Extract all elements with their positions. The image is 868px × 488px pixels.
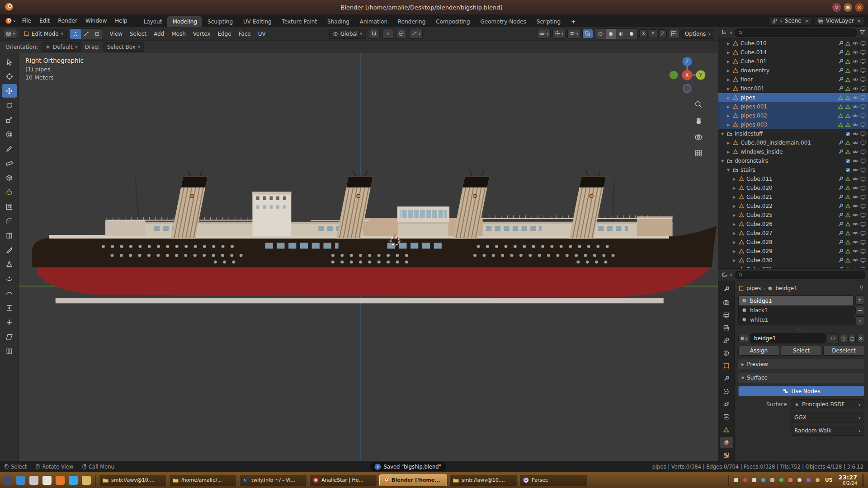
zoom-icon[interactable] [693,99,704,110]
mode-dropdown[interactable]: Edit Mode ∨ [20,29,67,39]
tool-extrude-region[interactable] [2,185,17,199]
proportional-editing-button[interactable] [396,29,407,39]
tool-smooth[interactable] [2,286,17,300]
tray-indicator-7-icon[interactable] [787,477,794,483]
launcher-terminal[interactable] [28,474,40,486]
outliner-row[interactable]: ▶pipes [718,93,868,102]
workspace-tab-uv-editing[interactable]: UV Editing [238,16,277,27]
eye-icon[interactable] [852,140,859,146]
axis-toggle-z[interactable]: Z [658,29,667,38]
scene-selector[interactable]: ∨ Scene × [769,16,812,26]
meshdata-icon[interactable] [845,77,851,83]
tray-indicator-3-icon[interactable] [751,477,758,483]
tray-indicator-2-icon[interactable] [742,477,749,483]
edge-select-button[interactable] [81,29,92,39]
distribution-dropdown[interactable]: GGX ∨ [791,413,864,422]
disclosure-right-icon[interactable]: ▶ [731,177,737,181]
workspace-tab-rendering[interactable]: Rendering [393,16,430,27]
properties-tab-scene[interactable] [720,335,733,346]
wrench-icon[interactable] [838,203,844,209]
outliner-row[interactable]: ▶Cube.026 [718,220,868,229]
eye-icon[interactable] [852,113,859,119]
eye-icon[interactable] [852,176,859,182]
use-nodes-button[interactable]: Use Nodes [738,386,864,396]
outliner-row[interactable]: ▼insidestuff [718,129,868,138]
solid-shading-button[interactable] [606,29,616,39]
meshdata-icon[interactable] [845,104,851,110]
outliner-row[interactable]: ▶downentry [718,66,868,75]
disclosure-right-icon[interactable]: ▶ [731,222,737,226]
tray-indicator-5-icon[interactable] [769,477,776,483]
tool-add-cube[interactable] [2,171,17,184]
workspace-tab-sculpting[interactable]: Sculpting [203,16,238,27]
tool-tweak[interactable] [2,55,17,69]
eye-icon[interactable] [852,85,859,92]
taskbar-window-folder[interactable]: /home/amalie/... [169,474,237,486]
outliner-row[interactable]: ▶pipes.001 [718,102,868,111]
outliner-row[interactable]: ▶pipes.002 [718,111,868,120]
falloff-dropdown[interactable]: ∨ [410,29,423,39]
meshdata-icon[interactable] [845,149,851,155]
tool-transform[interactable] [2,127,17,141]
properties-tab-constraints[interactable] [720,411,733,422]
drag-dropdown[interactable]: Select Box ∨ [104,42,144,52]
eye-icon[interactable] [852,266,859,268]
wrench-icon[interactable] [838,267,844,269]
navigation-gizmo[interactable]: Z Y X [668,56,706,95]
duplicate-material-icon[interactable] [849,334,856,343]
checkbox-icon[interactable] [845,158,851,164]
screen-icon[interactable] [860,167,866,173]
wrench-icon[interactable] [838,59,844,65]
subsurface-method-dropdown[interactable]: Random Walk ∨ [791,426,864,436]
disclosure-right-icon[interactable]: ▶ [731,231,737,235]
disclosure-right-icon[interactable]: ▶ [725,105,731,109]
screen-icon[interactable] [860,49,866,56]
launcher-firefox[interactable] [54,474,66,486]
axis-toggle-x[interactable]: X [639,29,648,38]
eye-icon[interactable] [852,221,859,227]
unlink-material-button[interactable]: × [857,334,864,343]
screen-icon[interactable] [860,212,866,218]
properties-tab-texture[interactable] [720,450,733,461]
workspace-tab-scripting[interactable]: Scripting [532,16,566,27]
tool-inset-faces[interactable] [2,200,17,213]
deselect-button[interactable]: Deselect [823,346,864,356]
taskbar-window-browser[interactable]: AnalieStar | Ho... [309,474,377,486]
clock[interactable]: 23:27 6/2/24 [839,474,857,486]
workspace-tab-geometry-nodes[interactable]: Geometry Nodes [476,16,531,27]
meshdata-icon[interactable] [845,258,851,263]
meshdata-icon[interactable] [845,41,851,47]
outliner-row[interactable]: ▶Cube.022 [718,202,868,211]
tool-poly-build[interactable] [2,258,17,271]
screen-icon[interactable] [860,149,866,155]
workspace-tab-layout[interactable]: Layout [139,16,167,27]
viewlayer-remove-icon[interactable]: × [857,18,861,24]
wrench-icon[interactable] [838,77,844,83]
tool-shear[interactable] [2,330,17,343]
disclosure-right-icon[interactable]: ▶ [725,150,731,154]
wrench-icon[interactable] [838,258,844,263]
disclosure-right-icon[interactable]: ▶ [725,114,731,118]
taskbar-window-blender[interactable]: Blender [/home... [379,474,447,486]
eye-icon[interactable] [852,58,859,65]
surface-shader-dropdown[interactable]: Principled BSDF ∨ [791,399,864,409]
eye-icon[interactable] [852,185,859,191]
material-shading-button[interactable] [616,29,627,39]
eye-icon[interactable] [852,149,859,155]
properties-tab-output[interactable] [720,309,733,320]
screen-icon[interactable] [860,94,866,101]
disclosure-down-icon[interactable]: ▼ [719,159,726,163]
vertex-select-button[interactable] [70,29,81,39]
launcher-file-manager[interactable] [41,474,53,486]
add-slot-button[interactable]: + [855,296,864,305]
tool-scale[interactable] [2,113,17,127]
screen-icon[interactable] [860,113,866,119]
viewport-scene[interactable] [0,53,718,461]
tool-edge-slide[interactable] [2,301,17,314]
outliner-row[interactable]: ▶Cube.027 [718,229,868,238]
screen-icon[interactable] [860,85,866,92]
keyboard-layout[interactable]: US [824,477,834,483]
screen-icon[interactable] [860,67,866,74]
meshdata-icon[interactable] [845,95,851,101]
launcher-folder[interactable] [80,474,92,486]
